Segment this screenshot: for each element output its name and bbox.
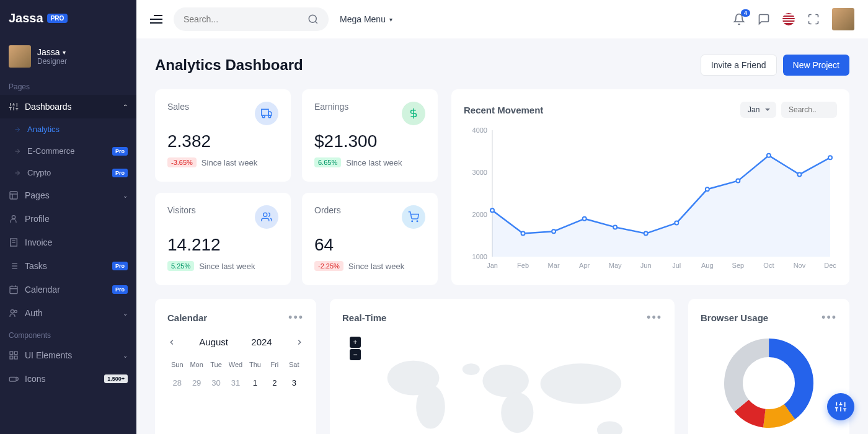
calendar-month: August	[199, 337, 228, 347]
stat-since: Since last week	[202, 158, 257, 167]
svg-text:Nov: Nov	[794, 262, 806, 269]
svg-point-78	[501, 392, 533, 433]
nav-invoice-label: Invoice	[25, 237, 52, 247]
world-map	[367, 349, 656, 434]
svg-text:Apr: Apr	[579, 262, 590, 269]
svg-text:Feb: Feb	[517, 262, 529, 269]
menu-toggle[interactable]	[150, 15, 162, 24]
calendar-day[interactable]: 30	[206, 372, 226, 394]
message-icon	[758, 13, 770, 25]
svg-point-62	[828, 156, 832, 159]
messages-button[interactable]	[758, 13, 770, 25]
users-icon	[255, 205, 278, 229]
calendar-day[interactable]: 1	[246, 372, 265, 394]
svg-rect-32	[14, 352, 17, 355]
search-input[interactable]	[184, 14, 308, 24]
more-icon[interactable]: •••	[822, 311, 837, 324]
svg-point-53	[552, 229, 556, 233]
mega-menu[interactable]: Mega Menu ▾	[340, 14, 392, 24]
chart-card: Recent Movement Jan 1000200030004000JanF…	[451, 89, 849, 285]
realtime-card: Real-Time ••• + −	[330, 299, 675, 434]
stat-value: 64	[314, 235, 425, 255]
subnav-ecommerce[interactable]: E-Commerce Pro	[0, 140, 136, 162]
nav-icons[interactable]: Icons 1.500+	[0, 367, 136, 391]
nav-auth-label: Auth	[25, 308, 43, 318]
svg-rect-33	[10, 356, 13, 359]
svg-point-58	[706, 187, 709, 191]
profile-block[interactable]: Jassa▾ Designer	[0, 37, 136, 76]
arrow-right-icon	[14, 126, 21, 133]
subnav-crypto[interactable]: Crypto Pro	[0, 162, 136, 184]
user-avatar[interactable]	[832, 8, 854, 30]
coffee-icon	[9, 374, 19, 384]
stat-title: Earnings	[314, 102, 348, 112]
zoom-in-button[interactable]: +	[350, 337, 361, 348]
svg-text:1000: 1000	[472, 253, 487, 260]
calendar-day[interactable]: 3	[285, 372, 304, 394]
chevron-down-icon: ⌄	[123, 352, 128, 359]
cart-icon	[402, 205, 425, 229]
svg-point-57	[675, 221, 678, 225]
settings-fab[interactable]	[827, 393, 854, 420]
calendar-day-name: Mon	[187, 357, 206, 372]
calendar-icon	[9, 285, 19, 294]
nav-pages[interactable]: Pages ⌄	[0, 184, 136, 207]
sliders-icon	[835, 401, 847, 413]
svg-point-81	[463, 363, 480, 375]
nav-profile[interactable]: Profile	[0, 207, 136, 231]
calendar-day[interactable]: 31	[226, 372, 245, 394]
svg-point-40	[262, 115, 265, 118]
calendar-day-name: Fri	[265, 357, 284, 372]
calendar-day[interactable]: 2	[265, 372, 284, 394]
calendar-card: Calendar ••• August 2024 SunMonTueWedThu…	[155, 299, 316, 434]
nav-calendar[interactable]: Calendar Pro	[0, 278, 136, 301]
calendar-day-name: Sun	[167, 357, 187, 372]
truck-icon	[255, 102, 278, 125]
profile-name: Jassa▾	[37, 47, 67, 57]
zoom-out-button[interactable]: −	[350, 349, 361, 360]
svg-rect-38	[262, 109, 268, 115]
nav-invoice[interactable]: Invoice	[0, 231, 136, 254]
stat-sales: Sales 2.382 -3.65%Since last week	[155, 89, 291, 182]
notifications-button[interactable]: 4	[733, 13, 745, 25]
brand[interactable]: Jassa PRO	[0, 0, 136, 37]
more-icon[interactable]: •••	[288, 311, 304, 324]
fullscreen-button[interactable]	[807, 13, 820, 25]
new-project-button[interactable]: New Project	[783, 55, 849, 76]
calendar-day-name: Wed	[226, 357, 245, 372]
svg-point-80	[597, 421, 622, 434]
month-select[interactable]: Jan	[740, 102, 776, 118]
subnav-analytics[interactable]: Analytics	[0, 118, 136, 140]
calendar-day[interactable]: 29	[187, 372, 206, 394]
search-box[interactable]	[174, 7, 329, 31]
svg-point-56	[644, 232, 648, 236]
svg-text:3000: 3000	[472, 169, 487, 176]
next-month-button[interactable]	[295, 338, 304, 347]
svg-point-41	[268, 115, 271, 118]
calendar-day[interactable]: 28	[167, 372, 187, 394]
calendar-grid: SunMonTueWedThuFriSat28293031123	[167, 357, 304, 394]
svg-rect-31	[10, 352, 13, 355]
chevron-down-icon: ▾	[63, 49, 66, 56]
chart-search-input[interactable]	[781, 102, 837, 118]
pro-badge: Pro	[112, 147, 128, 156]
svg-point-59	[736, 179, 740, 183]
prev-month-button[interactable]	[167, 338, 176, 347]
svg-text:Jul: Jul	[672, 262, 681, 269]
nav-auth[interactable]: Auth ⌄	[0, 301, 136, 325]
nav-tasks[interactable]: Tasks Pro	[0, 254, 136, 278]
layout-icon	[9, 190, 19, 200]
svg-point-79	[541, 363, 621, 404]
arrow-right-icon	[14, 169, 21, 177]
more-icon[interactable]: •••	[647, 311, 662, 324]
invite-friend-button[interactable]: Invite a Friend	[701, 55, 777, 76]
locale-flag[interactable]	[782, 13, 795, 25]
svg-point-54	[583, 217, 587, 221]
svg-point-44	[412, 221, 413, 222]
stat-title: Sales	[167, 102, 189, 112]
nav-dashboards[interactable]: Dashboards ⌃	[0, 95, 136, 118]
browser-title: Browser Usage	[701, 312, 768, 323]
svg-rect-25	[10, 286, 17, 294]
svg-text:Aug: Aug	[701, 262, 714, 269]
nav-ui-elements[interactable]: UI Elements ⌄	[0, 343, 136, 367]
